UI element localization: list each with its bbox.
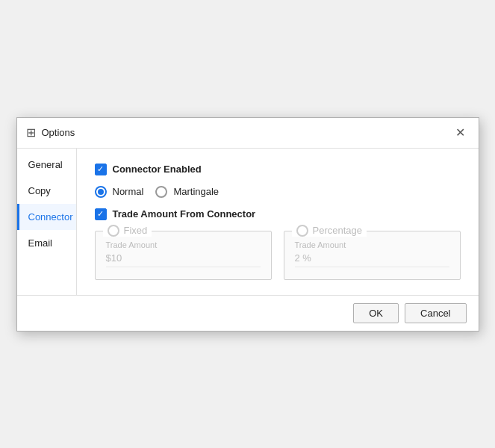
connector-enabled-label: Connector Enabled xyxy=(113,164,202,175)
percentage-field-label: Trade Amount xyxy=(295,240,449,249)
martingale-label: Martingale xyxy=(173,186,219,197)
percentage-legend: Percentage xyxy=(292,225,367,237)
percentage-panel: Percentage Trade Amount 2 % xyxy=(284,231,461,280)
dialog-body: General Copy Connector Email ✓ Connector… xyxy=(17,149,479,295)
fixed-radio[interactable] xyxy=(108,225,119,237)
sidebar-item-general[interactable]: General xyxy=(17,152,76,178)
fixed-field-value: $10 xyxy=(106,252,261,267)
normal-radio[interactable] xyxy=(95,186,107,198)
fixed-legend-label: Fixed xyxy=(124,225,148,236)
connector-enabled-row: ✓ Connector Enabled xyxy=(95,164,461,175)
close-button[interactable]: ✕ xyxy=(452,124,470,142)
title-bar: ⊞ Options ✕ xyxy=(17,118,479,149)
connector-content: ✓ Connector Enabled Normal Martingale ✓ … xyxy=(77,149,479,295)
trade-amount-connector-row: ✓ Trade Amount From Connector xyxy=(95,208,461,220)
fixed-field-label: Trade Amount xyxy=(106,240,261,249)
dialog-title: Options xyxy=(42,127,446,138)
normal-label: Normal xyxy=(113,186,144,197)
percentage-field-value: 2 % xyxy=(295,252,449,267)
sidebar-item-email[interactable]: Email xyxy=(17,230,76,256)
cancel-button[interactable]: Cancel xyxy=(405,303,466,323)
sidebar-item-connector[interactable]: Connector xyxy=(17,204,76,230)
trade-amount-connector-label: Trade Amount From Connector xyxy=(113,208,256,220)
percentage-radio[interactable] xyxy=(296,225,308,237)
fixed-legend: Fixed xyxy=(103,225,152,237)
mode-row: Normal Martingale xyxy=(95,186,461,198)
panels-row: Fixed Trade Amount $10 Percentage Trade … xyxy=(95,231,461,280)
percentage-legend-label: Percentage xyxy=(313,225,363,236)
sidebar-item-copy[interactable]: Copy xyxy=(17,178,76,204)
title-icon: ⊞ xyxy=(26,125,36,140)
sidebar: General Copy Connector Email xyxy=(17,149,77,295)
fixed-panel: Fixed Trade Amount $10 xyxy=(95,231,272,280)
martingale-radio[interactable] xyxy=(155,186,167,198)
dialog-footer: OK Cancel xyxy=(17,295,479,331)
ok-button[interactable]: OK xyxy=(353,303,399,323)
connector-enabled-checkbox[interactable]: ✓ xyxy=(95,164,107,175)
options-dialog: ⊞ Options ✕ General Copy Connector Email xyxy=(16,117,479,332)
trade-amount-connector-checkbox[interactable]: ✓ xyxy=(95,208,107,220)
